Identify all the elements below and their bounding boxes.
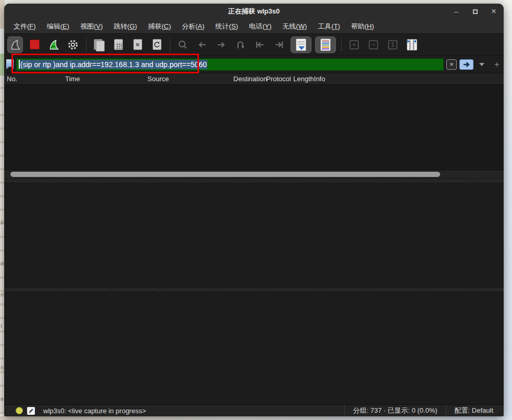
go-back-icon <box>196 40 208 50</box>
menu-item[interactable]: 无线(W) <box>282 22 307 31</box>
expert-info-icon[interactable] <box>16 407 23 414</box>
title-bar[interactable]: 正在捕获 wlp3s0 – × <box>4 4 504 19</box>
status-bar: wlp3s0: <live capture in progress> 分组: 7… <box>4 404 504 416</box>
resize-columns-button[interactable] <box>404 36 420 53</box>
background-desktop-bottom-strip <box>0 416 512 420</box>
add-filter-button[interactable]: + <box>494 59 499 70</box>
menu-item[interactable]: 文件(F) <box>14 22 36 31</box>
display-filter-input[interactable]: (sip or rtp )and ip.addr==192.168.1.3 an… <box>16 58 444 71</box>
go-forward-icon <box>216 40 227 50</box>
open-file-button[interactable] <box>91 36 107 53</box>
zoom-in-button[interactable]: + <box>346 36 362 53</box>
open-file-icon <box>94 39 105 50</box>
close-file-button[interactable]: × <box>130 36 145 53</box>
close-file-icon: × <box>133 39 142 50</box>
desktop-background: p d m t n s 正在捕获 wlp3s0 – × 文件(F) 编辑(E) … <box>0 0 512 420</box>
column-header[interactable]: Protocol <box>266 75 293 83</box>
filter-dropdown-icon[interactable] <box>479 63 484 66</box>
packet-list-pane[interactable] <box>4 85 504 170</box>
menu-item[interactable]: 跳转(G) <box>114 22 137 31</box>
scrollbar-thumb[interactable] <box>10 172 440 177</box>
go-last-icon <box>273 40 285 50</box>
apply-filter-button[interactable] <box>459 59 473 70</box>
auto-scroll-icon <box>296 39 306 51</box>
close-button[interactable]: × <box>490 8 497 15</box>
packet-bytes-pane[interactable] <box>4 292 504 404</box>
menu-item[interactable]: 工具(T) <box>318 22 340 31</box>
save-file-button[interactable] <box>110 36 126 53</box>
start-capture-button[interactable] <box>7 36 23 53</box>
filter-text-selected: (sip or rtp )and ip.addr==192.168.1.3 an… <box>20 60 207 69</box>
reload-file-button[interactable] <box>149 36 165 53</box>
menu-item[interactable]: 捕获(C) <box>148 22 171 31</box>
menu-item[interactable]: 帮助(H) <box>351 22 374 31</box>
menu-bar: 文件(F) 编辑(E) 视图(V) 跳转(G) 捕获(C) 分析(A) 统计(S… <box>4 19 504 33</box>
resize-columns-icon <box>407 39 417 50</box>
column-header[interactable]: Length <box>293 75 314 83</box>
toolbar-separator <box>341 38 342 52</box>
column-header[interactable]: Time <box>65 75 147 83</box>
zoom-out-icon: − <box>369 40 378 49</box>
stop-capture-icon <box>30 40 40 49</box>
zoom-in-icon: + <box>349 40 359 49</box>
menu-item[interactable]: 编辑(E) <box>47 22 69 31</box>
column-header[interactable]: No. <box>7 75 65 83</box>
stop-capture-button[interactable] <box>27 36 42 53</box>
start-capture-fin-icon <box>9 39 21 50</box>
maximize-icon <box>473 9 478 14</box>
restart-capture-icon <box>48 39 59 50</box>
capture-options-gear-icon <box>67 39 79 50</box>
apply-arrow-icon <box>463 61 471 68</box>
menu-item[interactable]: 分析(A) <box>182 22 204 31</box>
main-toolbar: × <box>4 33 504 55</box>
filter-bookmark-icon[interactable] <box>6 59 14 69</box>
go-first-packet-button[interactable] <box>252 36 268 53</box>
profile-status[interactable]: 配置: Default <box>446 405 502 416</box>
go-last-packet-button[interactable] <box>271 36 287 53</box>
wireshark-window: 正在捕获 wlp3s0 – × 文件(F) 编辑(E) 视图(V) 跳转(G) … <box>4 4 504 416</box>
normal-size-icon: 1 <box>388 40 397 49</box>
find-packet-button[interactable] <box>175 36 191 53</box>
packet-details-pane[interactable] <box>4 183 504 287</box>
minimize-button[interactable]: – <box>453 8 460 15</box>
window-title: 正在捕获 wlp3s0 <box>228 7 280 16</box>
toolbar-separator <box>86 38 86 52</box>
clear-filter-button[interactable]: × <box>446 59 457 70</box>
auto-scroll-button[interactable] <box>291 36 311 53</box>
background-desktop-right-strip <box>504 0 512 420</box>
menu-item[interactable]: 视图(V) <box>80 22 103 31</box>
pane-splitter[interactable] <box>4 179 504 183</box>
reload-file-icon <box>153 39 161 50</box>
horizontal-scrollbar[interactable] <box>4 170 504 179</box>
zoom-out-button[interactable]: − <box>366 36 381 53</box>
pane-splitter[interactable] <box>4 287 504 292</box>
packet-count-summary: 分组: 737 · 已显示: 0 (0.0%) <box>344 405 446 416</box>
packet-list-header: No.TimeSourceDestinationProtocolLengthIn… <box>4 73 504 85</box>
menu-item[interactable]: 统计(S) <box>216 22 238 31</box>
colorize-button[interactable] <box>315 36 336 53</box>
display-filter-bar: (sip or rtp )and ip.addr==192.168.1.3 an… <box>4 55 504 73</box>
save-file-icon <box>114 39 123 50</box>
column-header[interactable]: Info <box>314 75 326 83</box>
go-forward-button[interactable] <box>214 36 229 53</box>
maximize-button[interactable] <box>471 8 479 15</box>
capture-status-text: wlp3s0: <live capture in progress> <box>43 407 146 415</box>
go-to-packet-icon <box>235 40 246 50</box>
colorize-icon <box>320 39 331 51</box>
capture-comment-icon[interactable] <box>27 407 35 415</box>
find-packet-icon <box>178 40 188 50</box>
menu-item[interactable]: 电话(Y) <box>249 22 271 31</box>
toolbar-separator <box>170 38 170 52</box>
go-back-button[interactable] <box>194 36 210 53</box>
capture-options-button[interactable] <box>65 36 81 53</box>
column-header[interactable]: Source <box>147 75 233 83</box>
restart-capture-button[interactable] <box>46 36 61 53</box>
column-header[interactable]: Destination <box>233 75 266 83</box>
normal-size-button[interactable]: 1 <box>385 36 401 53</box>
go-first-icon <box>254 40 266 50</box>
go-to-packet-button[interactable] <box>233 36 248 53</box>
